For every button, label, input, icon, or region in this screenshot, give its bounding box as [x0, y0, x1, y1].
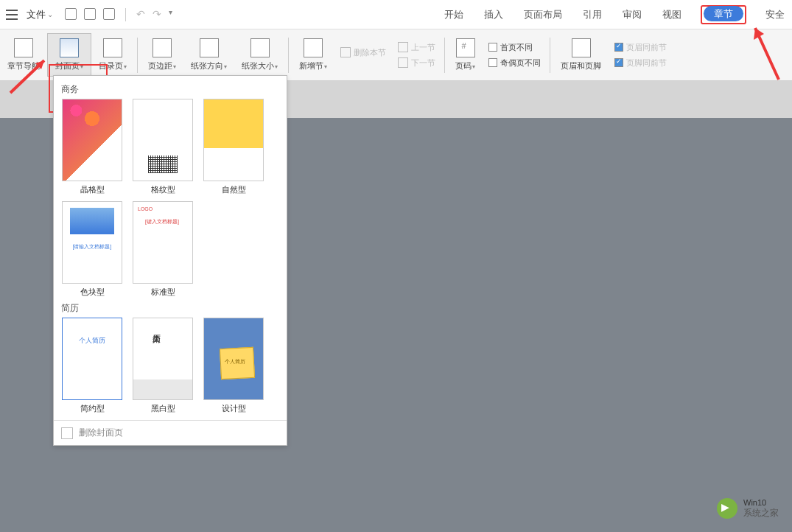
print-icon[interactable] [84, 8, 96, 20]
toc-page-icon [103, 38, 122, 57]
template-nature[interactable]: 自然型 [201, 99, 266, 195]
highlight-section-tab: 章节 [701, 5, 746, 24]
tab-section[interactable]: 章节 [704, 6, 743, 21]
tab-insert[interactable]: 插入 [483, 5, 505, 24]
template-thumb [203, 99, 264, 181]
tab-start[interactable]: 开始 [443, 5, 465, 24]
header-footer-label: 页眉和页脚 [561, 60, 601, 71]
margins-button[interactable]: 页边距▾ [141, 34, 183, 76]
cover-templates-scroll[interactable]: 商务 晶格型 格纹型 自然型 [请输入文档标题] 色块型 [键入文档标题] 标准… [54, 76, 287, 420]
paper-size-icon [250, 38, 270, 57]
tab-view[interactable]: 视图 [661, 5, 683, 24]
cover-page-button[interactable]: 封面页▾ [47, 33, 91, 77]
next-section-icon [398, 57, 408, 68]
watermark-logo: Win10 系统之家 [717, 498, 779, 519]
section-nav-button[interactable]: 章节导航 [0, 34, 47, 76]
margins-label: 页边距▾ [148, 60, 176, 71]
template-thumb: [请输入文档标题] [62, 201, 122, 284]
header-footer-icon [572, 38, 591, 57]
main-tabs: 开始 插入 页面布局 引用 审阅 视图 章节 安全 [443, 5, 786, 24]
section-resume-label: 简历 [60, 298, 281, 318]
delete-section-button: 删除本节 [340, 47, 386, 58]
quick-access-toolbar: ↶ ↷ ▾ [65, 8, 172, 21]
add-section-button[interactable]: 新增节▾ [292, 34, 334, 76]
tab-review[interactable]: 审阅 [621, 5, 643, 24]
page-numbers-icon: # [456, 38, 475, 57]
footer-link-prev-checkbox: 页脚同前节 [614, 57, 667, 69]
template-crystal[interactable]: 晶格型 [60, 99, 125, 195]
add-section-label: 新增节▾ [299, 60, 327, 71]
template-resume-simple[interactable]: 个人简历 简约型 [60, 318, 125, 414]
template-thumb: 个人简历 [203, 318, 264, 400]
orientation-icon [200, 38, 219, 57]
template-label: 晶格型 [80, 184, 105, 195]
file-menu[interactable]: 文件 [27, 8, 53, 21]
prev-section-button: 上一节 [398, 42, 435, 53]
page-numbers-button[interactable]: # 页码▾ [448, 34, 483, 76]
print-preview-icon[interactable] [103, 8, 115, 20]
orientation-label: 纸张方向▾ [191, 60, 227, 71]
undo-icon[interactable]: ↶ [136, 8, 145, 21]
template-thumb [133, 99, 193, 181]
redo-icon[interactable]: ↷ [153, 8, 161, 21]
template-label: 黑白型 [151, 403, 175, 414]
header-link-prev-checkbox: 页眉同前节 [614, 42, 667, 53]
menubar: 文件 ↶ ↷ ▾ 开始 插入 页面布局 引用 审阅 视图 章节 安全 [0, 0, 792, 29]
template-grid-pattern[interactable]: 格纹型 [130, 99, 195, 195]
delete-section-icon [340, 47, 351, 57]
template-standard[interactable]: [键入文档标题] 标准型 [130, 201, 195, 298]
template-label: 色块型 [80, 287, 105, 298]
template-resume-bw[interactable]: 个人简历 黑白型 [130, 318, 195, 414]
watermark-line1: Win10 [743, 498, 779, 508]
section-nav-label: 章节导航 [7, 60, 40, 71]
header-footer-button[interactable]: 页眉和页脚 [553, 34, 609, 76]
margins-icon [153, 38, 172, 57]
paper-size-label: 纸张大小▾ [242, 60, 278, 71]
cover-page-icon [60, 38, 79, 57]
checkbox-checked-icon [614, 43, 623, 52]
page-numbers-label: 页码▾ [455, 60, 475, 71]
ribbon: 章节导航 封面页▾ 目录页▾ 页边距▾ 纸张方向▾ 纸张大小▾ 新增节▾ 删除本… [0, 29, 792, 81]
template-thumb: 个人简历 [133, 318, 193, 400]
checkbox-icon [488, 43, 497, 52]
section-nav-icon [14, 38, 33, 57]
delete-cover-icon [61, 427, 73, 439]
template-thumb: [键入文档标题] [133, 201, 193, 284]
paper-size-button[interactable]: 纸张大小▾ [234, 34, 285, 76]
checkbox-checked-icon [614, 58, 623, 67]
tab-security[interactable]: 安全 [764, 5, 786, 24]
template-label: 自然型 [222, 184, 246, 195]
tab-page-layout[interactable]: 页面布局 [522, 5, 564, 24]
template-label: 格纹型 [151, 184, 175, 195]
template-label: 标准型 [151, 287, 175, 298]
save-icon[interactable] [65, 8, 77, 20]
toc-page-button[interactable]: 目录页▾ [91, 34, 134, 76]
template-label: 设计型 [222, 403, 246, 414]
tab-references[interactable]: 引用 [581, 5, 603, 24]
toc-page-label: 目录页▾ [99, 60, 127, 71]
section-business-label: 商务 [60, 79, 281, 99]
add-section-icon [304, 38, 323, 57]
cover-page-label: 封面页▾ [55, 60, 83, 71]
cover-page-dropdown: 商务 晶格型 格纹型 自然型 [请输入文档标题] 色块型 [键入文档标题] 标准… [53, 75, 287, 446]
template-thumb: 个人简历 [62, 318, 122, 400]
watermark-line2: 系统之家 [743, 508, 779, 518]
odd-even-diff-checkbox[interactable]: 奇偶页不同 [488, 57, 541, 69]
orientation-button[interactable]: 纸张方向▾ [183, 34, 234, 76]
prev-section-icon [398, 42, 408, 52]
qat-more-icon[interactable]: ▾ [169, 8, 172, 21]
first-page-diff-checkbox[interactable]: 首页不同 [488, 42, 541, 53]
watermark-play-icon [717, 498, 737, 519]
next-section-button: 下一节 [398, 57, 435, 69]
hamburger-icon[interactable] [6, 10, 18, 20]
template-resume-design[interactable]: 个人简历 设计型 [201, 318, 266, 414]
delete-cover-page[interactable]: 删除封面页 [54, 420, 287, 445]
checkbox-icon [488, 58, 497, 67]
template-label: 简约型 [80, 403, 105, 414]
template-thumb [62, 99, 122, 181]
template-color-block[interactable]: [请输入文档标题] 色块型 [60, 201, 125, 298]
